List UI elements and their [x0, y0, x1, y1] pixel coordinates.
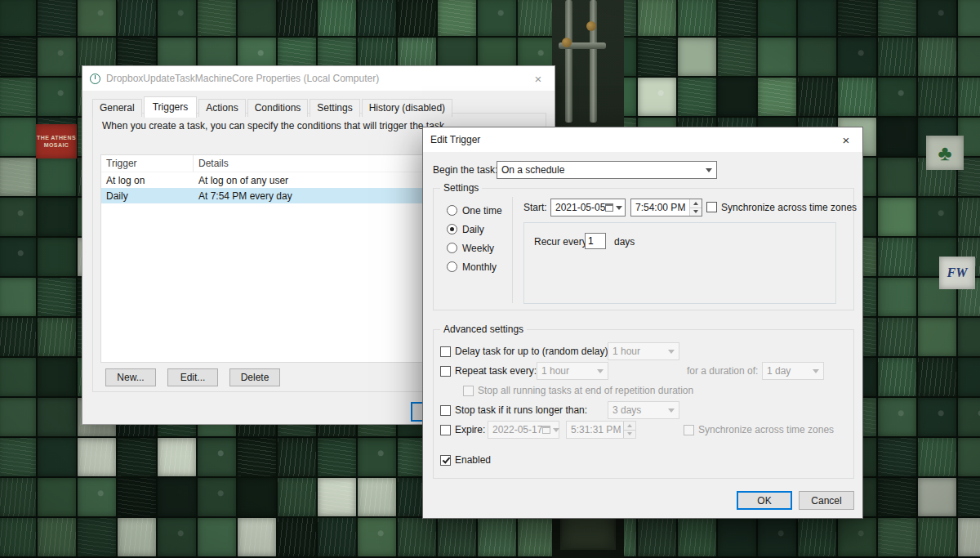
- cancel-button[interactable]: Cancel: [799, 491, 854, 510]
- edit-trigger-titlebar[interactable]: Edit Trigger ×: [423, 127, 862, 152]
- tab-history[interactable]: History (disabled): [362, 99, 452, 117]
- delay-label: Delay task for up to (random delay):: [455, 346, 611, 357]
- radio-daily[interactable]: [447, 224, 457, 234]
- sync-timezones-checkbox[interactable]: [706, 202, 717, 212]
- mosaic-tile: [678, 518, 716, 556]
- pipe: [590, 0, 597, 123]
- mosaic-tile: [238, 478, 276, 516]
- tab-triggers[interactable]: Triggers: [144, 96, 198, 118]
- mosaic-tile: [438, 0, 476, 36]
- down-arrow-icon: [693, 210, 698, 216]
- mosaic-tile: [678, 78, 716, 116]
- mosaic-tile: [478, 518, 516, 556]
- begin-task-label: Begin the task:: [433, 164, 497, 176]
- mosaic-tile: [38, 158, 76, 196]
- radio-monthly[interactable]: [447, 261, 457, 272]
- mosaic-tile: [0, 238, 36, 276]
- tab-strip: General Triggers Actions Conditions Sett…: [92, 96, 454, 117]
- tab-settings[interactable]: Settings: [310, 99, 359, 117]
- mosaic-tile: [0, 78, 36, 116]
- fw-logo-text: FW: [947, 266, 968, 280]
- properties-titlebar[interactable]: DropboxUpdateTaskMachineCore Properties …: [82, 66, 555, 91]
- close-icon[interactable]: ×: [830, 127, 862, 152]
- tab-conditions[interactable]: Conditions: [247, 99, 309, 117]
- mosaic-tile: [918, 198, 956, 236]
- column-header-trigger[interactable]: Trigger: [101, 155, 194, 172]
- advanced-settings-group: Advanced settings Delay task for up to (…: [433, 329, 854, 479]
- radio-weekly[interactable]: [447, 243, 457, 253]
- chevron-down-icon: [597, 369, 604, 377]
- mosaic-tile: [358, 438, 396, 476]
- mosaic-tile: [0, 278, 36, 316]
- spinner-buttons[interactable]: [689, 199, 702, 216]
- recur-unit-label: days: [614, 236, 635, 248]
- mosaic-tile: [918, 438, 956, 476]
- mosaic-tile: [918, 38, 956, 76]
- edit-trigger-title: Edit Trigger: [430, 134, 830, 145]
- expire-checkbox[interactable]: [440, 425, 451, 435]
- mosaic-tile: [878, 38, 916, 76]
- mosaic-tile: [198, 478, 236, 516]
- mosaic-tile: [398, 0, 436, 36]
- mosaic-tile: [678, 38, 716, 76]
- stop-longer-checkbox[interactable]: [440, 405, 451, 416]
- mosaic-tile: [0, 478, 36, 516]
- mosaic-tile: [358, 0, 396, 36]
- settings-group: Settings One time Daily Weekly Monthly S…: [433, 188, 854, 310]
- mosaic-tile: [958, 518, 980, 556]
- down-arrow-icon: [627, 432, 632, 438]
- mosaic-tile: [958, 38, 980, 76]
- row-trigger: At log on: [101, 175, 194, 186]
- mosaic-tile: [878, 78, 916, 116]
- mosaic-tile: [38, 198, 76, 236]
- mosaic-tile: [718, 78, 756, 116]
- close-icon[interactable]: ×: [522, 66, 555, 91]
- mosaic-tile: [718, 518, 756, 556]
- duration-label: for a duration of:: [687, 365, 758, 377]
- settings-caption: Settings: [440, 182, 482, 194]
- mosaic-tile: [158, 518, 196, 556]
- repeat-select: 1 hour: [537, 362, 608, 380]
- mosaic-tile: [838, 38, 876, 76]
- up-arrow-icon: [627, 422, 632, 427]
- chevron-down-icon: [706, 168, 712, 176]
- radio-one-time[interactable]: [447, 205, 457, 216]
- mosaic-tile: [198, 518, 236, 556]
- chevron-down-icon: [813, 369, 819, 377]
- repeat-checkbox[interactable]: [440, 366, 451, 377]
- begin-task-select[interactable]: On a schedule: [497, 161, 717, 179]
- mosaic-tile: [518, 518, 556, 556]
- delay-select: 1 hour: [608, 342, 679, 360]
- mosaic-tile: [958, 78, 980, 116]
- begin-task-value: On a schedule: [501, 164, 564, 176]
- edit-button[interactable]: Edit...: [167, 368, 218, 386]
- mosaic-tile: [158, 438, 196, 476]
- delay-checkbox[interactable]: [440, 346, 451, 357]
- mosaic-tile: [518, 0, 556, 36]
- mosaic-tile: [758, 38, 796, 76]
- pipe-valve: [586, 21, 596, 31]
- tab-general[interactable]: General: [92, 99, 142, 117]
- radio-weekly-label: Weekly: [462, 243, 494, 254]
- mosaic-tile: [0, 518, 36, 556]
- properties-dialog-title: DropboxUpdateTaskMachineCore Properties …: [106, 73, 522, 84]
- new-button[interactable]: New...: [105, 368, 156, 386]
- stop-longer-value: 3 days: [612, 404, 641, 416]
- mosaic-tile: [638, 38, 676, 76]
- mosaic-tile: [118, 0, 156, 36]
- ok-button[interactable]: OK: [737, 491, 792, 510]
- mosaic-tile: [678, 0, 716, 36]
- delete-button[interactable]: Delete: [229, 368, 280, 386]
- mosaic-tile: [238, 438, 276, 476]
- recur-input[interactable]: [585, 233, 606, 249]
- mosaic-tile: [38, 0, 76, 36]
- mosaic-tile: [798, 38, 836, 76]
- mosaic-tile: [758, 0, 796, 36]
- enabled-checkbox[interactable]: [440, 455, 451, 466]
- start-date-picker[interactable]: 2021-05-05: [550, 199, 626, 217]
- mosaic-tile: [118, 518, 156, 556]
- start-time-spinner[interactable]: 7:54:00 PM: [630, 199, 702, 217]
- delay-value: 1 hour: [612, 346, 640, 357]
- tab-actions[interactable]: Actions: [198, 99, 245, 117]
- mosaic-tile: [358, 478, 396, 516]
